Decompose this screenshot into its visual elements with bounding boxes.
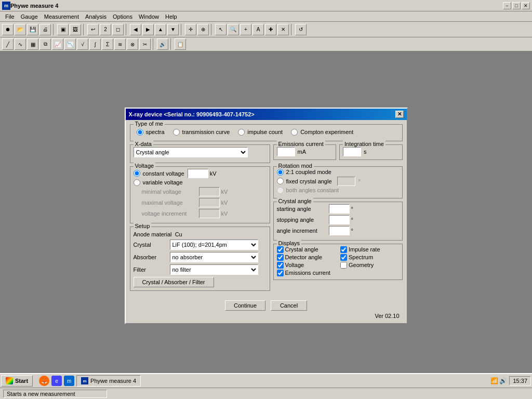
variable-voltage-radio[interactable] — [134, 179, 140, 186]
eraser-btn[interactable]: ◻ — [112, 24, 124, 35]
spectra-radio[interactable] — [137, 129, 143, 136]
impulse-rate-checkbox[interactable] — [340, 246, 347, 253]
increment-angle-input[interactable]: 0,1 — [329, 226, 350, 235]
browser-icon[interactable]: e — [51, 376, 62, 386]
voltage-check-row[interactable]: Voltage — [277, 262, 336, 269]
emissions-current-checkbox[interactable] — [277, 270, 284, 276]
xdata-select[interactable]: Crystal angle Time Detector angle — [134, 147, 248, 157]
spectrum-check-row[interactable]: Spectrum — [340, 254, 399, 261]
constant-voltage-option[interactable]: constant voltage — [134, 170, 184, 177]
nav-right[interactable]: ▶ — [142, 24, 154, 35]
maximal-voltage-label: maximal voltage — [142, 200, 199, 206]
chart2-btn[interactable]: 📈 — [52, 38, 63, 50]
impulse-rate-check-row[interactable]: Impulse rate — [340, 246, 399, 253]
window-btn[interactable]: ▣ — [57, 24, 69, 35]
refresh-btn[interactable]: ↺ — [295, 24, 307, 35]
start-button[interactable]: Start — [1, 375, 33, 387]
taskbar-app-item[interactable]: m Phywe measure 4 — [76, 375, 141, 387]
dialog-close-button[interactable]: ✕ — [395, 111, 404, 118]
constant-voltage-radio[interactable] — [134, 170, 140, 177]
text-btn[interactable]: A — [252, 24, 264, 35]
cancel-button[interactable]: Cancel — [271, 300, 307, 311]
emissions-input[interactable]: 1 — [277, 147, 295, 156]
nav-left[interactable]: ◀ — [130, 24, 141, 35]
impulse-radio[interactable] — [238, 129, 245, 136]
menu-analysis[interactable]: Analysis — [82, 12, 110, 21]
filter-select[interactable]: no filter filter 1 — [170, 264, 258, 275]
line-btn[interactable]: ╱ — [2, 38, 14, 50]
zoom-btn[interactable]: 🔍 — [228, 24, 239, 35]
compton-option[interactable]: Compton experiment — [291, 129, 353, 136]
continue-button[interactable]: Continue — [225, 300, 265, 311]
menu-measurement[interactable]: Measurement — [41, 12, 82, 21]
filter2-btn[interactable]: ⊗ — [127, 38, 138, 50]
menu-gauge[interactable]: Gauge — [18, 12, 41, 21]
multi-btn[interactable]: ⧉ — [39, 38, 51, 50]
minimize-button[interactable]: − — [503, 2, 511, 9]
crystal-select[interactable]: LiF (100); d=201,4pm NaCl (100); d=282pm — [170, 240, 258, 250]
constant-voltage-input[interactable]: 35 — [188, 169, 208, 178]
geometry-check-row[interactable]: Geometry — [340, 262, 399, 269]
sqrt-btn[interactable]: √ — [77, 38, 88, 50]
spectra-option[interactable]: spectra — [137, 129, 165, 136]
speaker-btn[interactable]: 🔊 — [157, 38, 168, 50]
transmission-radio[interactable] — [173, 129, 180, 136]
starting-angle-input[interactable]: 20 — [329, 204, 350, 214]
report-btn[interactable]: 📋 — [175, 38, 186, 50]
variable-voltage-option[interactable]: variable voltage — [134, 179, 183, 186]
detector-angle-check-row[interactable]: Detector angle — [277, 254, 336, 261]
maximize-button[interactable]: □ — [512, 2, 521, 9]
crosshair-btn[interactable]: ⊕ — [197, 24, 209, 35]
undo-btn[interactable]: ↩ — [87, 24, 99, 35]
coupled-radio[interactable] — [277, 169, 284, 176]
left-column: X-data Crystal angle Time Detector angle… — [130, 144, 270, 294]
sigma-btn[interactable]: Σ — [102, 38, 113, 50]
fixed-radio[interactable] — [277, 178, 284, 184]
fft-btn[interactable]: ≋ — [114, 38, 126, 50]
cross-btn[interactable]: ✚ — [265, 24, 276, 35]
geometry-checkbox[interactable] — [340, 262, 347, 269]
emissions-current-check-row[interactable]: Emissions current — [277, 270, 336, 276]
cursor-btn[interactable]: ↖ — [215, 24, 227, 35]
num-btn[interactable]: 2 — [100, 24, 111, 35]
app2-icon[interactable]: m — [64, 376, 74, 386]
both-option[interactable]: both angles constant — [277, 187, 339, 194]
voltage-checkbox[interactable] — [277, 262, 284, 269]
cut-btn[interactable]: ✂ — [139, 38, 151, 50]
chart3-btn[interactable]: 📉 — [64, 38, 76, 50]
transmission-option[interactable]: transmission curve — [173, 129, 230, 136]
nav-up[interactable]: ▲ — [155, 24, 166, 35]
x-btn[interactable]: ✕ — [277, 24, 289, 35]
record-btn[interactable]: ⏺ — [2, 24, 14, 35]
move-btn[interactable]: ✛ — [185, 24, 196, 35]
main-area: X-ray device <Serial no.: 90906493-407-1… — [0, 53, 532, 378]
close-button[interactable]: ✕ — [522, 2, 530, 9]
plus-btn[interactable]: + — [240, 24, 251, 35]
fixed-option[interactable]: fixed crystal angle — [277, 178, 332, 184]
wave-btn[interactable]: ∿ — [15, 38, 26, 50]
stopping-angle-input[interactable]: 25 — [329, 215, 350, 224]
integration-input[interactable]: 3 — [343, 147, 361, 156]
menu-options[interactable]: Options — [110, 12, 136, 21]
crystal-button-row: Crystal / Absorber / Filter — [134, 277, 267, 287]
bar-btn[interactable]: ▦ — [27, 38, 38, 50]
compton-radio[interactable] — [291, 129, 298, 136]
print-btn[interactable]: 🖨 — [39, 24, 51, 35]
spectrum-checkbox[interactable] — [340, 254, 347, 261]
save-btn[interactable]: 💾 — [27, 24, 38, 35]
menu-file[interactable]: File — [2, 12, 18, 21]
open-btn[interactable]: 📂 — [15, 24, 26, 35]
firefox-icon[interactable]: 🦊 — [39, 376, 49, 386]
crystal-angle-checkbox[interactable] — [277, 246, 284, 253]
func-btn[interactable]: ∫ — [89, 38, 101, 50]
impulse-option[interactable]: impulse count — [238, 129, 283, 136]
nav-down[interactable]: ▼ — [167, 24, 179, 35]
absorber-select[interactable]: no absorber Zr absorber Ni absorber — [170, 252, 258, 262]
menu-help[interactable]: Help — [162, 12, 180, 21]
detector-angle-checkbox[interactable] — [277, 254, 284, 261]
menu-window[interactable]: Window — [136, 12, 162, 21]
image-btn[interactable]: 🖼 — [70, 24, 81, 35]
crystal-angle-check-row[interactable]: Crystal angle — [277, 246, 336, 253]
coupled-option[interactable]: 2:1 coupled mode — [277, 169, 331, 176]
crystal-absorber-filter-button[interactable]: Crystal / Absorber / Filter — [134, 277, 214, 287]
